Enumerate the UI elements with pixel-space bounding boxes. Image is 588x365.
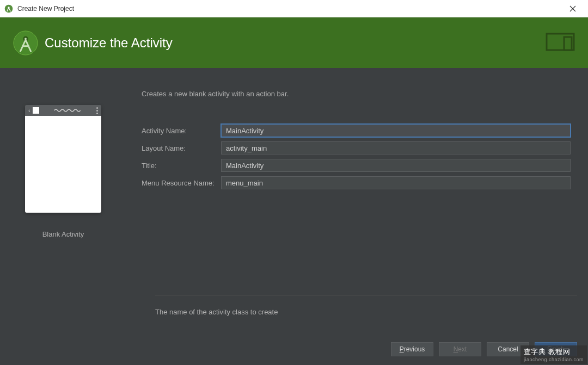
menu-resource-input[interactable] xyxy=(221,176,571,189)
android-studio-icon xyxy=(4,4,13,13)
intro-text: Creates a new blank activity with an act… xyxy=(142,90,571,98)
menu-dots-icon xyxy=(96,107,98,114)
preview-actionbar: ‹ xyxy=(25,105,101,116)
svg-point-0 xyxy=(5,4,13,13)
watermark: 查字典 教程网 jiaocheng.chazidian.com xyxy=(520,345,587,364)
watermark-main: 查字典 教程网 xyxy=(524,348,570,356)
app-square-icon xyxy=(33,107,39,114)
title-label: Title: xyxy=(142,162,221,170)
banner-title: Customize the Activity xyxy=(45,35,173,51)
wavy-line-icon xyxy=(41,108,94,113)
activity-preview: ‹ xyxy=(25,105,101,213)
close-icon xyxy=(569,5,576,12)
titlebar: Create New Project xyxy=(0,0,588,17)
back-caret-icon: ‹ xyxy=(28,107,30,114)
hint-text: The name of the activity class to create xyxy=(155,308,278,316)
window-title: Create New Project xyxy=(17,5,562,13)
activity-name-input[interactable] xyxy=(221,124,571,137)
divider xyxy=(155,295,577,295)
previous-button[interactable]: Previous xyxy=(391,342,433,356)
svg-point-2 xyxy=(14,30,38,54)
title-row: Title: xyxy=(142,159,571,172)
watermark-sub: jiaocheng.chazidian.com xyxy=(524,357,584,362)
title-input[interactable] xyxy=(221,159,571,172)
layout-name-row: Layout Name: xyxy=(142,141,571,154)
next-rest: ext xyxy=(458,345,467,353)
activity-name-row: Activity Name: xyxy=(142,124,571,137)
preview-label: Blank Activity xyxy=(17,230,109,238)
android-studio-logo-icon xyxy=(13,30,38,55)
menu-resource-row: Menu Resource Name: xyxy=(142,176,571,189)
preview-body xyxy=(25,116,101,213)
close-button[interactable] xyxy=(562,0,584,17)
next-button: Next xyxy=(439,342,481,356)
content-area: ‹ Blank Activity Creates a new blank act… xyxy=(0,68,588,365)
activity-name-label: Activity Name: xyxy=(142,127,221,135)
layout-name-input[interactable] xyxy=(221,141,571,154)
device-icon xyxy=(546,33,575,53)
form-area: Creates a new blank activity with an act… xyxy=(142,85,571,238)
menu-resource-label: Menu Resource Name: xyxy=(142,179,221,187)
layout-name-label: Layout Name: xyxy=(142,144,221,152)
preview-pane: ‹ Blank Activity xyxy=(17,85,109,238)
banner: Customize the Activity xyxy=(0,17,588,68)
previous-rest: revious xyxy=(404,345,425,353)
svg-rect-6 xyxy=(564,37,572,50)
